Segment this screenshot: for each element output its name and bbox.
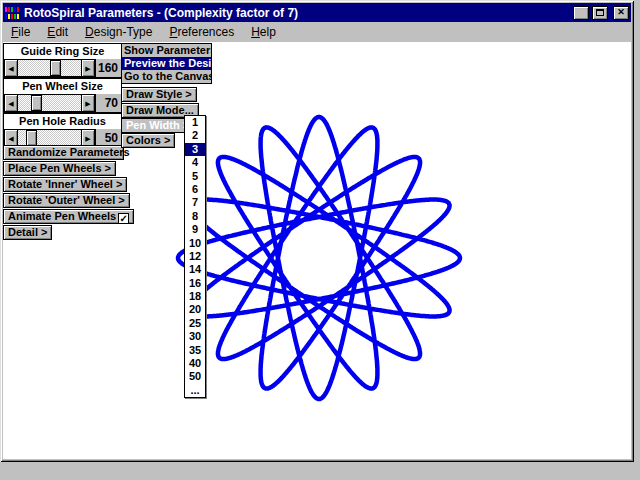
close-icon: ✕ xyxy=(617,8,625,17)
maximize-button[interactable] xyxy=(592,6,608,20)
guide-ring-size-label: Guide Ring Size xyxy=(4,44,121,59)
menu-bar: File Edit Design-Type Preferences Help xyxy=(3,22,631,42)
menu-item-preview-the-design[interactable]: Preview the Design xyxy=(122,57,211,70)
arrow-right-icon: ▶ xyxy=(85,135,90,142)
minimize-icon: _ xyxy=(578,12,583,21)
pen-width-option[interactable]: 25 xyxy=(185,317,205,330)
spirograph-curve xyxy=(178,117,460,399)
canvas-area: Guide Ring Size ◀ ▶ 160 Pen Wheel Size ◀… xyxy=(3,42,631,459)
pen-width-option[interactable]: 8 xyxy=(185,210,205,223)
pen-width-option[interactable]: 30 xyxy=(185,330,205,343)
arrow-left-icon: ◀ xyxy=(8,65,13,72)
pen-hole-radius-group: Pen Hole Radius ◀ ▶ 50 xyxy=(3,113,122,148)
pen-wheel-scrollbar-thumb[interactable] xyxy=(31,95,42,111)
pen-width-option[interactable]: 20 xyxy=(185,303,205,316)
menu-help[interactable]: Help xyxy=(251,25,276,39)
pen-wheel-size-group: Pen Wheel Size ◀ ▶ 70 xyxy=(3,78,122,113)
pen-wheel-scroll-right-button[interactable]: ▶ xyxy=(81,94,95,112)
pen-width-option[interactable]: 9 xyxy=(185,223,205,236)
checkbox-checkmark-icon[interactable]: ✓ xyxy=(118,213,129,224)
guide-ring-scrollbar-track[interactable] xyxy=(18,59,81,77)
window-title: RotoSpiral Parameters - (Complexity fact… xyxy=(24,4,570,22)
menu-item-show-parameters[interactable]: Show Parameters xyxy=(122,44,211,57)
close-button[interactable]: ✕ xyxy=(613,6,629,20)
pen-width-option[interactable]: 16 xyxy=(185,277,205,290)
pen-width-option[interactable]: 14 xyxy=(185,263,205,276)
pen-width-option[interactable]: 50 xyxy=(185,370,205,383)
draw-style-button[interactable]: Draw Style > xyxy=(121,87,197,102)
pen-hole-radius-label: Pen Hole Radius xyxy=(4,114,121,129)
pen-wheel-size-label: Pen Wheel Size xyxy=(4,79,121,94)
pen-wheel-size-value: 70 xyxy=(95,94,121,112)
animate-pen-wheels-label: Animate Pen Wheels xyxy=(8,210,116,222)
guide-ring-scrollbar-thumb[interactable] xyxy=(50,60,61,76)
arrow-right-icon: ▶ xyxy=(85,65,90,72)
maximize-icon xyxy=(596,9,604,16)
pen-width-option[interactable]: 40 xyxy=(185,357,205,370)
arrow-left-icon: ◀ xyxy=(8,135,13,142)
menu-preferences[interactable]: Preferences xyxy=(169,25,234,39)
rotate-inner-wheel-button[interactable]: Rotate 'Inner' Wheel > xyxy=(3,177,127,192)
pen-hole-scrollbar-thumb[interactable] xyxy=(26,130,37,146)
menu-design-type[interactable]: Design-Type xyxy=(85,25,152,39)
pen-wheel-scroll-left-button[interactable]: ◀ xyxy=(4,94,18,112)
guide-ring-scroll-right-button[interactable]: ▶ xyxy=(81,59,95,77)
guide-ring-size-group: Guide Ring Size ◀ ▶ 160 xyxy=(3,43,122,78)
detail-button[interactable]: Detail > xyxy=(3,225,52,240)
app-icon[interactable] xyxy=(5,6,21,20)
menu-item-go-to-the-canvas[interactable]: Go to the Canvas... xyxy=(122,70,211,83)
pen-wheel-scrollbar-track[interactable] xyxy=(18,94,81,112)
guide-ring-size-value: 160 xyxy=(95,59,121,77)
menu-file[interactable]: File xyxy=(11,25,30,39)
place-pen-wheels-button[interactable]: Place Pen Wheels > xyxy=(3,161,116,176)
colors-button[interactable]: Colors > xyxy=(121,133,175,148)
pen-width-option[interactable]: 1 xyxy=(185,116,205,129)
pen-width-option[interactable]: 5 xyxy=(185,170,205,183)
pen-width-option[interactable]: 12 xyxy=(185,250,205,263)
pen-width-option[interactable]: 18 xyxy=(185,290,205,303)
pen-width-list: 1234567891012141618202530354050... xyxy=(184,115,206,398)
pen-width-option[interactable]: 4 xyxy=(185,156,205,169)
title-bar: RotoSpiral Parameters - (Complexity fact… xyxy=(3,3,631,22)
pen-width-option[interactable]: 3 xyxy=(185,143,205,156)
arrow-right-icon: ▶ xyxy=(85,100,90,107)
guide-ring-scroll-left-button[interactable]: ◀ xyxy=(4,59,18,77)
pen-width-option[interactable]: 7 xyxy=(185,196,205,209)
animate-pen-wheels-toggle[interactable]: Animate Pen Wheels✓ xyxy=(3,209,134,224)
rotate-outer-wheel-button[interactable]: Rotate 'Outer' Wheel > xyxy=(3,193,130,208)
pen-width-option[interactable]: 2 xyxy=(185,129,205,142)
menu-edit[interactable]: Edit xyxy=(47,25,68,39)
pen-width-option[interactable]: ... xyxy=(185,384,205,397)
randomize-parameters-button[interactable]: Randomize Parameters xyxy=(3,145,124,160)
arrow-left-icon: ◀ xyxy=(8,100,13,107)
app-window: RotoSpiral Parameters - (Complexity fact… xyxy=(0,0,634,462)
pen-width-option[interactable]: 10 xyxy=(185,237,205,250)
design-popup-menu: Show Parameters Preview the Design Go to… xyxy=(121,43,212,84)
pen-width-option[interactable]: 6 xyxy=(185,183,205,196)
minimize-button[interactable]: _ xyxy=(573,6,589,20)
pen-width-option[interactable]: 35 xyxy=(185,344,205,357)
